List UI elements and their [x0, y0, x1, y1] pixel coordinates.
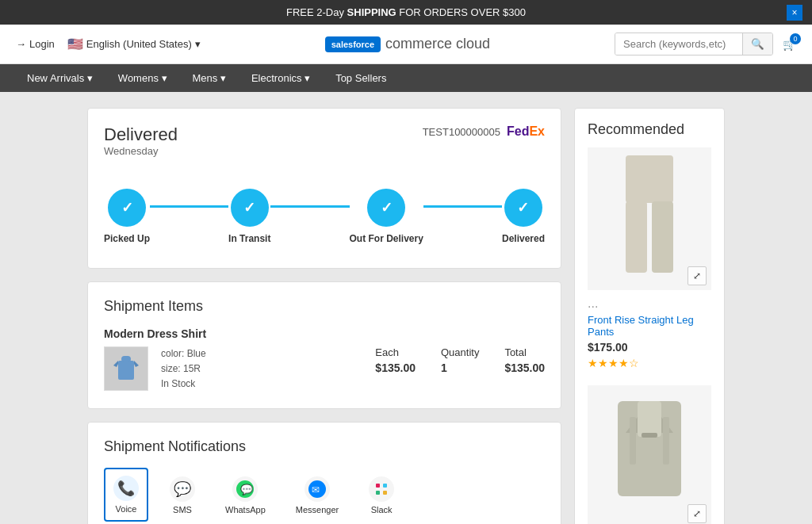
svg-rect-13 [626, 201, 647, 273]
chevron-down-icon: ▾ [195, 38, 201, 50]
product-card-blazer: ⤢ [588, 385, 711, 524]
login-link[interactable]: → Login [16, 38, 55, 50]
product-price-pants: $175.00 [588, 341, 711, 354]
notif-whatsapp-button[interactable]: 💬 WhatsApp [216, 469, 274, 522]
expand-icon-pants[interactable]: ⤢ [688, 266, 707, 285]
nav-bar: New Arrivals ▾ Womens ▾ Mens ▾ Electroni… [0, 64, 812, 92]
svg-rect-3 [121, 356, 131, 362]
search-box: 🔍 [615, 33, 773, 55]
delivery-title: Delivered [104, 124, 178, 145]
item-image [104, 346, 148, 391]
whatsapp-label: WhatsApp [225, 505, 266, 514]
item-name: Modern Dress Shirt [104, 327, 545, 340]
step-picked-up: ✓ Picked Up [104, 189, 150, 244]
header-left: → Login 🇺🇸 English (United States) ▾ [16, 36, 201, 52]
nav-item-top-sellers[interactable]: Top Sellers [324, 64, 397, 92]
svg-marker-1 [113, 361, 118, 367]
step-circle-3: ✓ [367, 189, 405, 227]
main-content: Delivered Wednesday TEST100000005 FedEx … [0, 92, 812, 524]
notif-sms-button[interactable]: 💬 SMS [161, 469, 204, 522]
step-out-for-delivery: ✓ Out For Delivery [350, 189, 423, 244]
delivery-status-left: Delivered Wednesday [104, 124, 178, 173]
blazer-illustration [602, 393, 697, 520]
step-circle-1: ✓ [108, 189, 146, 227]
banner-text: FREE 2-Day SHIPPING FOR ORDERS OVER $300 [286, 6, 526, 18]
svg-rect-8 [376, 484, 380, 488]
item-meta: color: Blue size: 15R In Stock [161, 346, 362, 392]
product-stars-pants: ★★★★☆ [588, 357, 711, 369]
product-name-pants[interactable]: Front Rise Straight Leg Pants [588, 314, 711, 338]
nav-item-mens[interactable]: Mens ▾ [182, 64, 237, 92]
login-icon: → [16, 38, 26, 50]
header-right: 🔍 🛒 0 [615, 33, 796, 55]
item-pricing: Each $135.00 Quantity 1 Total $135.00 [375, 346, 545, 374]
product-card-pants: ⤢ ... Front Rise Straight Leg Pants $175… [588, 147, 711, 369]
step-label-2: In Transit [228, 233, 270, 244]
slack-icon [369, 476, 394, 502]
search-button[interactable]: 🔍 [742, 33, 772, 55]
each-col: Each $135.00 [375, 346, 416, 374]
whatsapp-icon: 💬 [232, 476, 258, 502]
svg-rect-0 [118, 361, 134, 380]
product-image-blazer: ⤢ [588, 385, 711, 524]
banner-close-button[interactable]: × [787, 5, 802, 21]
quantity-col: Quantity 1 [441, 346, 479, 374]
cart-icon[interactable]: 🛒 0 [783, 38, 796, 51]
notif-messenger-button[interactable]: ✉ Messenger [287, 469, 347, 522]
progress-tracker: ✓ Picked Up ✓ In Transit ✓ Out For Deliv… [104, 189, 545, 244]
progress-line-1 [150, 205, 228, 208]
nav-item-electronics[interactable]: Electronics ▾ [240, 64, 321, 92]
svg-rect-19 [642, 433, 657, 438]
svg-rect-14 [652, 201, 673, 273]
step-circle-2: ✓ [231, 189, 269, 227]
language-selector[interactable]: 🇺🇸 English (United States) ▾ [67, 36, 201, 52]
brand-sub: commerce cloud [385, 36, 490, 52]
product-image-pants: ⤢ [588, 147, 711, 290]
lang-label: English (United States) [86, 38, 192, 50]
notif-slack-button[interactable]: Slack [360, 469, 403, 522]
svg-rect-10 [376, 491, 380, 495]
step-label-1: Picked Up [104, 233, 150, 244]
shipment-items-card: Shipment Items Modern Dress Shirt color:… [87, 281, 561, 409]
right-column: Recommended ⤢ ... Front Rise Straight Le… [574, 108, 725, 524]
nav-item-womens[interactable]: Womens ▾ [107, 64, 178, 92]
item-row: color: Blue size: 15R In Stock Each $135… [104, 346, 545, 392]
expand-icon-blazer[interactable]: ⤢ [688, 504, 707, 523]
notification-channels: 📞 Voice 💬 SMS 💬 WhatsApp ✉ [104, 468, 545, 522]
brand-logo: salesforce [325, 36, 381, 52]
promo-banner: FREE 2-Day SHIPPING FOR ORDERS OVER $300… [0, 0, 812, 25]
shipment-items-title: Shipment Items [104, 298, 545, 315]
delivery-day: Wednesday [104, 145, 178, 157]
voice-label: Voice [116, 504, 137, 514]
step-in-transit: ✓ In Transit [228, 189, 270, 244]
voice-icon: 📞 [113, 476, 139, 501]
nav-item-new-arrivals[interactable]: New Arrivals ▾ [16, 64, 104, 92]
total-col: Total $135.00 [504, 346, 545, 374]
tracking-info: TEST100000005 FedEx [423, 124, 545, 139]
delivery-status-card: Delivered Wednesday TEST100000005 FedEx … [87, 108, 561, 269]
flag-icon: 🇺🇸 [67, 36, 83, 52]
sms-icon: 💬 [170, 476, 195, 502]
svg-text:✉: ✉ [312, 484, 320, 495]
progress-line-2 [270, 205, 349, 208]
shipment-notifications-card: Shipment Notifications 📞 Voice 💬 SMS 💬 W… [87, 422, 561, 524]
fedex-logo: FedEx [507, 124, 545, 139]
site-logo: salesforce commerce cloud [325, 36, 490, 52]
sms-label: SMS [173, 505, 192, 514]
product-dots-1: ... [588, 296, 711, 311]
notif-voice-button[interactable]: 📞 Voice [104, 468, 148, 522]
search-input[interactable] [615, 33, 742, 55]
svg-marker-2 [134, 361, 139, 367]
svg-rect-11 [383, 491, 387, 495]
step-label-3: Out For Delivery [350, 233, 423, 244]
step-delivered: ✓ Delivered [502, 189, 545, 244]
svg-text:💬: 💬 [240, 483, 254, 496]
left-column: Delivered Wednesday TEST100000005 FedEx … [87, 108, 561, 524]
svg-rect-20 [630, 417, 636, 465]
svg-rect-9 [383, 484, 387, 488]
tracking-number: TEST100000005 [423, 126, 500, 138]
site-header: → Login 🇺🇸 English (United States) ▾ sal… [0, 25, 812, 64]
svg-rect-12 [626, 155, 673, 203]
pants-illustration [618, 155, 681, 282]
step-label-4: Delivered [502, 233, 545, 244]
